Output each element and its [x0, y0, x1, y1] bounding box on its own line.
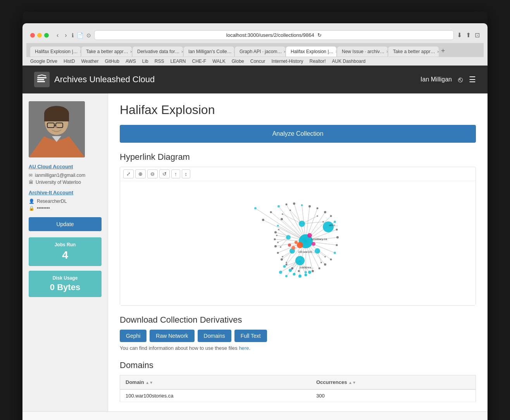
raw-network-download-button[interactable]: Raw Network	[150, 330, 194, 342]
info-button[interactable]: ℹ	[72, 32, 74, 38]
tab-4[interactable]: Graph API · jacom… ✕	[235, 47, 285, 57]
institution-row: 🏛 University of Waterloo	[29, 180, 102, 185]
tab-close-1[interactable]: ✕	[130, 50, 132, 54]
svg-point-91	[336, 229, 338, 231]
nav-back-button[interactable]: ‹	[55, 31, 60, 40]
tab-close-2[interactable]: ✕	[181, 50, 183, 54]
domains-download-button[interactable]: Domains	[198, 330, 231, 342]
domains-section: Domains Domain ▲▼ Occurrences ▲▼	[120, 360, 476, 402]
full-text-download-button[interactable]: Full Text	[234, 330, 267, 342]
svg-point-108	[277, 225, 279, 227]
domain-sort-icon: ▲▼	[145, 380, 153, 385]
download-icon[interactable]: ⬇	[457, 31, 462, 39]
camera-button[interactable]: ⊙	[86, 32, 91, 38]
bookmark-walk[interactable]: WALK	[212, 59, 226, 64]
svg-rect-1	[37, 79, 44, 80]
new-tab-button[interactable]: +	[439, 45, 447, 57]
tab-3[interactable]: Ian Milligan's Colle… ✕	[184, 47, 234, 57]
analyze-collection-button[interactable]: Analyze Collection	[120, 125, 476, 143]
bookmark-google-drive[interactable]: Google Drive	[30, 59, 57, 64]
bookmark-learn[interactable]: LEARN	[170, 59, 186, 64]
svg-point-107	[274, 231, 277, 233]
bookmark-auk-dashboard[interactable]: AUK Dashboard	[332, 59, 366, 64]
close-button[interactable]	[30, 33, 35, 38]
svg-point-104	[277, 252, 279, 254]
bookmark-rss[interactable]: RSS	[155, 59, 164, 64]
gephi-download-button[interactable]: Gephi	[120, 330, 146, 342]
svg-point-71	[315, 248, 320, 254]
minimize-button[interactable]	[37, 33, 42, 38]
svg-point-78	[312, 242, 315, 246]
hamburger-menu-icon[interactable]: ☰	[469, 75, 476, 84]
reader-button[interactable]: 📄	[77, 32, 83, 38]
tab-6[interactable]: New Issue · archiv… ✕	[337, 47, 388, 57]
archive-it-account-link[interactable]: Archive-It Account	[29, 190, 102, 195]
fullscreen-icon[interactable]: ⊡	[475, 31, 480, 39]
tab-5[interactable]: Halifax Explosion |… ✕	[286, 47, 336, 57]
bookmark-realtor[interactable]: Realtor!	[309, 59, 326, 64]
svg-point-123	[286, 262, 287, 263]
bookmark-internet-history[interactable]: Internet-History	[271, 59, 303, 64]
tab-close-0[interactable]: ✕	[79, 50, 81, 54]
tab-label: Halifax Explosion |…	[291, 49, 334, 54]
hyperlink-diagram-heading: Hyperlink Diagram	[120, 152, 476, 162]
diagram-resize-button[interactable]: ↕	[182, 169, 191, 178]
tab-close-6[interactable]: ✕	[386, 50, 388, 54]
svg-point-119	[289, 209, 291, 211]
svg-point-67	[323, 221, 334, 232]
reload-icon[interactable]: ↻	[317, 32, 322, 38]
disk-usage-label: Disk Usage	[35, 275, 95, 281]
app-logo: Archives Unleashed Cloud	[34, 72, 155, 87]
bookmark-histd[interactable]: HistD	[64, 59, 75, 64]
tab-label: Derivative data for…	[137, 49, 179, 54]
svg-rect-7	[44, 114, 69, 121]
share-icon[interactable]: ⬆	[466, 31, 471, 39]
archive-it-user-text: ResearcherDL	[37, 199, 67, 204]
svg-point-69	[299, 221, 305, 227]
bookmark-weather[interactable]: Weather	[81, 59, 98, 64]
nav-forward-button[interactable]: ›	[63, 31, 68, 40]
info-link[interactable]: here	[239, 345, 249, 351]
tab-label: Halifax Explosion |…	[35, 49, 78, 54]
svg-text:umilitary.ca: umilitary.ca	[312, 237, 327, 241]
diagram-zoom-out-button[interactable]: ⊖	[147, 169, 158, 178]
tab-close-4[interactable]: ✕	[283, 50, 285, 54]
diagram-zoom-in-button[interactable]: ⊕	[135, 169, 146, 178]
occurrences-col-header[interactable]: Occurrences ▲▼	[311, 375, 476, 390]
tab-2[interactable]: Derivative data for… ✕	[133, 47, 183, 57]
svg-point-73	[297, 242, 303, 248]
tab-7[interactable]: Take a better appr… ✕	[388, 47, 439, 57]
svg-point-83	[285, 204, 287, 206]
svg-point-124	[324, 256, 326, 258]
domain-col-header[interactable]: Domain ▲▼	[120, 375, 311, 390]
diagram-up-button[interactable]: ↑	[171, 169, 180, 178]
tab-close-5[interactable]: ✕	[335, 50, 337, 54]
tab-0[interactable]: Halifax Explosion |… ✕	[30, 47, 81, 57]
bookmark-concur[interactable]: Concur	[250, 59, 265, 64]
maximize-button[interactable]	[44, 33, 49, 38]
bookmark-lib[interactable]: Lib	[142, 59, 148, 64]
svg-point-84	[293, 202, 295, 205]
diagram-canvas: umilitary.ca um.u… coldstrea… 100.war100…	[120, 181, 476, 305]
bookmark-github[interactable]: GitHub	[105, 59, 119, 64]
svg-point-79	[254, 207, 257, 209]
svg-point-95	[330, 259, 332, 261]
diagram-refresh-button[interactable]: ↺	[159, 169, 170, 178]
logout-icon[interactable]: ⎋	[458, 75, 463, 84]
diagram-expand-button[interactable]: ⤢	[123, 169, 134, 178]
svg-point-116	[279, 271, 282, 274]
tab-close-7[interactable]: ✕	[437, 50, 439, 54]
svg-point-82	[277, 205, 280, 207]
table-row: 100.war100stories.ca 300	[120, 389, 476, 402]
address-bar[interactable]: localhost:3000/users/2/collections/9864 …	[94, 30, 454, 40]
tab-close-3[interactable]: ✕	[233, 50, 234, 54]
bookmark-globe[interactable]: Globe	[232, 59, 244, 64]
au-cloud-account-link[interactable]: AU Cloud Account	[29, 164, 102, 169]
tab-1[interactable]: Take a better appr… ✕	[81, 47, 132, 57]
update-button[interactable]: Update	[29, 217, 102, 231]
bookmark-chef[interactable]: CHE-F	[192, 59, 206, 64]
bookmark-aws[interactable]: AWS	[126, 59, 136, 64]
svg-point-75	[295, 241, 298, 244]
app-title: Archives Unleashed Cloud	[54, 74, 155, 85]
svg-point-92	[336, 236, 339, 239]
